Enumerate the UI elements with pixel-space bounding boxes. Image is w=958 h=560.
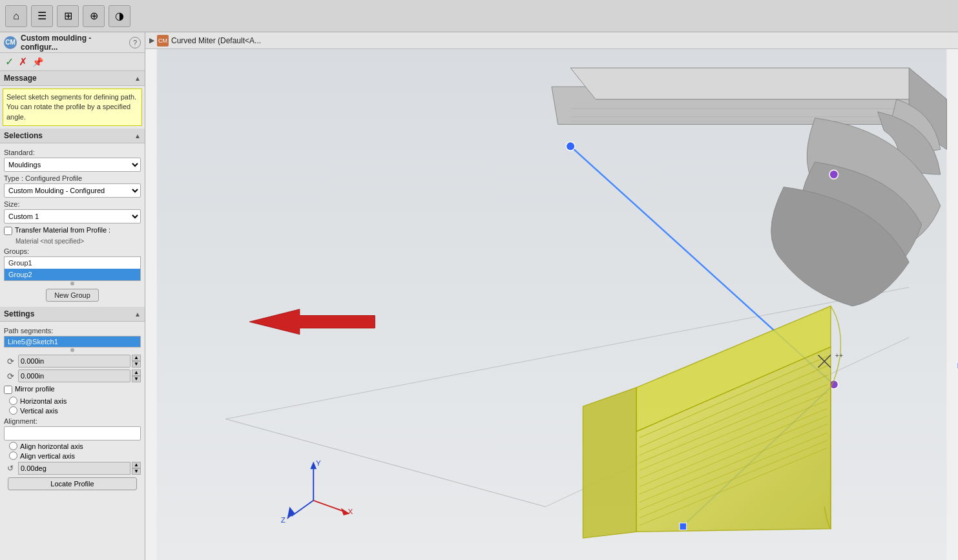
mirror-profile-row: Mirror profile — [4, 385, 141, 394]
type-select[interactable]: Custom Moulding - Configured — [4, 183, 141, 198]
align-vertical-row: Align vertical axis — [9, 451, 141, 460]
transfer-material-row: Transfer Material from Profile : — [4, 226, 141, 235]
group-item-group1[interactable]: Group1 — [5, 257, 140, 269]
viewport: ▶ CM Curved Miter (Default<A... — [145, 32, 958, 560]
feature-title: Custom moulding - configur... — [21, 34, 125, 52]
align-horizontal-row: Align horizontal axis — [9, 442, 141, 450]
align-horizontal-label: Align horizontal axis — [20, 442, 83, 450]
angle1-down-button[interactable]: ▼ — [132, 361, 141, 368]
confirm-button[interactable]: ✓ — [5, 56, 14, 68]
alignment-label: Alignment: — [4, 417, 141, 425]
angle1-input[interactable] — [18, 355, 130, 368]
angle-icon: ↺ — [4, 462, 17, 475]
groups-scroll-indicator — [4, 281, 141, 286]
mirror-profile-checkbox[interactable] — [4, 386, 12, 394]
message-body: Select sketch segments for defining path… — [6, 93, 136, 121]
message-title: Message — [4, 74, 37, 83]
message-box: Select sketch segments for defining path… — [3, 88, 142, 126]
tree-icon-label: CM — [158, 37, 167, 44]
action-row: ✓ ✗ 📌 — [0, 53, 145, 71]
color-button[interactable]: ◑ — [109, 5, 130, 27]
settings-section-header[interactable]: Settings ▲ — [0, 307, 145, 322]
size-label: Size: — [4, 200, 141, 208]
svg-point-12 — [566, 142, 575, 151]
locate-profile-button[interactable]: Locate Profile — [8, 477, 137, 490]
3d-scene-svg: ++ Y Z X — [145, 49, 958, 560]
angle-input-row: ↺ ▲ ▼ — [4, 462, 141, 475]
tree-button[interactable]: ⊞ — [57, 5, 79, 27]
svg-text:X: X — [348, 507, 353, 515]
align-vertical-label: Align vertical axis — [20, 452, 75, 460]
main-layout: CM Custom moulding - configur... ? ✓ ✗ 📌… — [0, 32, 958, 560]
svg-text:++: ++ — [835, 351, 843, 359]
target-button[interactable]: ⊕ — [83, 5, 105, 27]
viewport-canvas[interactable]: ++ Y Z X — [145, 49, 958, 560]
new-group-button[interactable]: New Group — [46, 289, 99, 302]
tree-model-label: Curved Miter (Default<A... — [171, 36, 261, 45]
path-scroll-dot — [70, 348, 74, 352]
align-horizontal-radio[interactable] — [9, 442, 17, 450]
angle2-arrows: ▲ ▼ — [132, 369, 141, 382]
angle2-row: ⟳ ▲ ▼ — [4, 369, 141, 382]
left-panel: CM Custom moulding - configur... ? ✓ ✗ 📌… — [0, 32, 145, 560]
type-label: Type : Configured Profile — [4, 174, 141, 182]
path-segments-label: Path segments: — [4, 327, 141, 335]
pin-button[interactable]: 📌 — [32, 57, 43, 67]
angle2-icon: ⟳ — [4, 369, 17, 382]
message-toggle-icon: ▲ — [134, 75, 141, 82]
scroll-dot — [70, 282, 74, 285]
top-toolbar: ⌂ ☰ ⊞ ⊕ ◑ — [0, 0, 958, 32]
angle-down-button[interactable]: ▼ — [132, 468, 141, 475]
settings-form: Path segments: Line5@Sketch1 ⟳ ▲ ▼ ⟳ — [0, 322, 145, 495]
settings-toggle-icon: ▲ — [134, 311, 141, 318]
material-info: Material <not specified> — [16, 238, 141, 245]
angle2-down-button[interactable]: ▼ — [132, 376, 141, 382]
vertical-axis-label: Vertical axis — [20, 407, 58, 415]
transfer-material-label: Transfer Material from Profile : — [15, 226, 110, 234]
viewport-tree-bar: ▶ CM Curved Miter (Default<A... — [145, 32, 958, 49]
angle1-arrows: ▲ ▼ — [132, 355, 141, 368]
svg-text:Z: Z — [281, 515, 286, 524]
cancel-button[interactable]: ✗ — [19, 56, 27, 68]
group-item-group2[interactable]: Group2 — [5, 269, 140, 280]
svg-point-13 — [829, 170, 838, 179]
groups-container: Group1 Group2 — [4, 256, 141, 281]
help-button[interactable]: ? — [129, 37, 141, 48]
tree-model-icon: CM — [157, 35, 169, 47]
alignment-input[interactable] — [4, 426, 141, 441]
path-segment-line5[interactable]: Line5@Sketch1 — [5, 337, 140, 347]
tree-expand-arrow[interactable]: ▶ — [149, 36, 154, 45]
standard-label: Standard: — [4, 149, 141, 156]
horizontal-axis-radio[interactable] — [9, 397, 17, 405]
groups-label: Groups: — [4, 247, 141, 255]
angle1-up-button[interactable]: ▲ — [132, 355, 141, 361]
home-button[interactable]: ⌂ — [5, 5, 27, 27]
angle-arrows: ▲ ▼ — [132, 462, 141, 475]
transfer-material-checkbox[interactable] — [4, 227, 12, 235]
standard-select[interactable]: Mouldings — [4, 158, 141, 172]
svg-marker-7 — [570, 68, 946, 99]
message-section-header[interactable]: Message ▲ — [0, 71, 145, 86]
svg-rect-35 — [680, 523, 687, 530]
vertical-axis-radio[interactable] — [9, 406, 17, 415]
svg-marker-19 — [583, 388, 636, 538]
align-vertical-radio[interactable] — [9, 451, 17, 460]
size-select[interactable]: Custom 1 — [4, 209, 141, 223]
angle1-icon: ⟳ — [4, 355, 17, 368]
svg-text:Y: Y — [316, 459, 321, 467]
angle-input[interactable] — [18, 462, 130, 475]
feature-title-bar: CM Custom moulding - configur... ? — [0, 32, 145, 53]
horizontal-axis-label: Horizontal axis — [20, 397, 67, 405]
feature-icon: CM — [4, 36, 17, 49]
selections-toggle-icon: ▲ — [134, 132, 141, 140]
horizontal-axis-row: Horizontal axis — [9, 397, 141, 405]
angle2-input[interactable] — [18, 369, 130, 382]
mirror-profile-label: Mirror profile — [15, 385, 55, 393]
angle-up-button[interactable]: ▲ — [132, 462, 141, 468]
list-button[interactable]: ☰ — [31, 5, 53, 27]
angle1-row: ⟳ ▲ ▼ — [4, 355, 141, 368]
vertical-axis-row: Vertical axis — [9, 406, 141, 415]
selections-form: Standard: Mouldings Type : Configured Pr… — [0, 143, 145, 307]
selections-section-header[interactable]: Selections ▲ — [0, 129, 145, 143]
angle2-up-button[interactable]: ▲ — [132, 369, 141, 376]
